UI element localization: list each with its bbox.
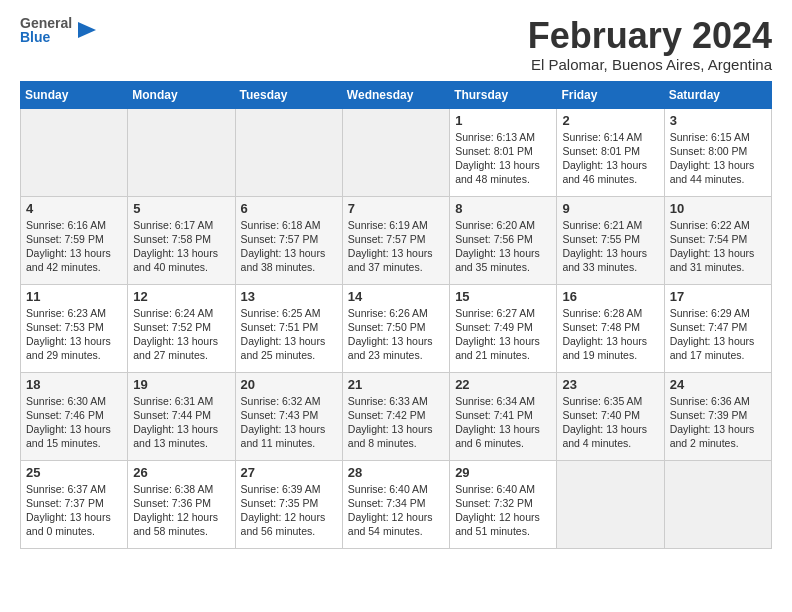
day-number: 16	[562, 289, 658, 304]
day-detail: Sunrise: 6:19 AMSunset: 7:57 PMDaylight:…	[348, 218, 444, 275]
day-detail: Sunrise: 6:37 AMSunset: 7:37 PMDaylight:…	[26, 482, 122, 539]
calendar-cell: 25Sunrise: 6:37 AMSunset: 7:37 PMDayligh…	[21, 460, 128, 548]
header-monday: Monday	[128, 81, 235, 108]
calendar-cell: 16Sunrise: 6:28 AMSunset: 7:48 PMDayligh…	[557, 284, 664, 372]
day-number: 28	[348, 465, 444, 480]
calendar-cell: 20Sunrise: 6:32 AMSunset: 7:43 PMDayligh…	[235, 372, 342, 460]
day-detail: Sunrise: 6:35 AMSunset: 7:40 PMDaylight:…	[562, 394, 658, 451]
calendar-cell	[128, 108, 235, 196]
day-number: 7	[348, 201, 444, 216]
calendar-cell: 7Sunrise: 6:19 AMSunset: 7:57 PMDaylight…	[342, 196, 449, 284]
header-wednesday: Wednesday	[342, 81, 449, 108]
day-number: 6	[241, 201, 337, 216]
calendar-table: SundayMondayTuesdayWednesdayThursdayFrid…	[20, 81, 772, 549]
day-number: 25	[26, 465, 122, 480]
day-detail: Sunrise: 6:26 AMSunset: 7:50 PMDaylight:…	[348, 306, 444, 363]
day-detail: Sunrise: 6:40 AMSunset: 7:34 PMDaylight:…	[348, 482, 444, 539]
day-detail: Sunrise: 6:14 AMSunset: 8:01 PMDaylight:…	[562, 130, 658, 187]
page-title: February 2024	[528, 16, 772, 56]
day-detail: Sunrise: 6:22 AMSunset: 7:54 PMDaylight:…	[670, 218, 766, 275]
calendar-cell: 4Sunrise: 6:16 AMSunset: 7:59 PMDaylight…	[21, 196, 128, 284]
header-tuesday: Tuesday	[235, 81, 342, 108]
day-detail: Sunrise: 6:28 AMSunset: 7:48 PMDaylight:…	[562, 306, 658, 363]
calendar-cell: 12Sunrise: 6:24 AMSunset: 7:52 PMDayligh…	[128, 284, 235, 372]
day-detail: Sunrise: 6:13 AMSunset: 8:01 PMDaylight:…	[455, 130, 551, 187]
day-number: 15	[455, 289, 551, 304]
week-row-3: 11Sunrise: 6:23 AMSunset: 7:53 PMDayligh…	[21, 284, 772, 372]
calendar-cell: 26Sunrise: 6:38 AMSunset: 7:36 PMDayligh…	[128, 460, 235, 548]
calendar-cell	[235, 108, 342, 196]
calendar-cell	[21, 108, 128, 196]
day-number: 26	[133, 465, 229, 480]
day-number: 5	[133, 201, 229, 216]
page-subtitle: El Palomar, Buenos Aires, Argentina	[528, 56, 772, 73]
day-number: 2	[562, 113, 658, 128]
calendar-cell: 29Sunrise: 6:40 AMSunset: 7:32 PMDayligh…	[450, 460, 557, 548]
day-number: 8	[455, 201, 551, 216]
calendar-cell: 14Sunrise: 6:26 AMSunset: 7:50 PMDayligh…	[342, 284, 449, 372]
logo-blue: Blue	[20, 30, 50, 44]
day-detail: Sunrise: 6:34 AMSunset: 7:41 PMDaylight:…	[455, 394, 551, 451]
header-friday: Friday	[557, 81, 664, 108]
calendar-cell: 24Sunrise: 6:36 AMSunset: 7:39 PMDayligh…	[664, 372, 771, 460]
day-detail: Sunrise: 6:31 AMSunset: 7:44 PMDaylight:…	[133, 394, 229, 451]
week-row-5: 25Sunrise: 6:37 AMSunset: 7:37 PMDayligh…	[21, 460, 772, 548]
week-row-1: 1Sunrise: 6:13 AMSunset: 8:01 PMDaylight…	[21, 108, 772, 196]
day-detail: Sunrise: 6:32 AMSunset: 7:43 PMDaylight:…	[241, 394, 337, 451]
calendar-cell: 9Sunrise: 6:21 AMSunset: 7:55 PMDaylight…	[557, 196, 664, 284]
day-detail: Sunrise: 6:23 AMSunset: 7:53 PMDaylight:…	[26, 306, 122, 363]
day-detail: Sunrise: 6:18 AMSunset: 7:57 PMDaylight:…	[241, 218, 337, 275]
week-row-2: 4Sunrise: 6:16 AMSunset: 7:59 PMDaylight…	[21, 196, 772, 284]
day-detail: Sunrise: 6:21 AMSunset: 7:55 PMDaylight:…	[562, 218, 658, 275]
logo-general: General	[20, 16, 72, 30]
calendar-cell: 2Sunrise: 6:14 AMSunset: 8:01 PMDaylight…	[557, 108, 664, 196]
day-number: 19	[133, 377, 229, 392]
calendar-cell: 23Sunrise: 6:35 AMSunset: 7:40 PMDayligh…	[557, 372, 664, 460]
day-detail: Sunrise: 6:15 AMSunset: 8:00 PMDaylight:…	[670, 130, 766, 187]
day-number: 9	[562, 201, 658, 216]
day-number: 4	[26, 201, 122, 216]
calendar-cell: 28Sunrise: 6:40 AMSunset: 7:34 PMDayligh…	[342, 460, 449, 548]
calendar-cell: 11Sunrise: 6:23 AMSunset: 7:53 PMDayligh…	[21, 284, 128, 372]
logo-triangle-icon	[74, 18, 98, 42]
day-number: 27	[241, 465, 337, 480]
calendar-cell	[557, 460, 664, 548]
calendar-cell: 19Sunrise: 6:31 AMSunset: 7:44 PMDayligh…	[128, 372, 235, 460]
calendar-cell: 18Sunrise: 6:30 AMSunset: 7:46 PMDayligh…	[21, 372, 128, 460]
day-detail: Sunrise: 6:40 AMSunset: 7:32 PMDaylight:…	[455, 482, 551, 539]
calendar-body: 1Sunrise: 6:13 AMSunset: 8:01 PMDaylight…	[21, 108, 772, 548]
calendar-cell	[342, 108, 449, 196]
header: General Blue February 2024 El Palomar, B…	[20, 16, 772, 73]
day-number: 3	[670, 113, 766, 128]
day-number: 23	[562, 377, 658, 392]
day-number: 29	[455, 465, 551, 480]
calendar-cell: 6Sunrise: 6:18 AMSunset: 7:57 PMDaylight…	[235, 196, 342, 284]
day-number: 12	[133, 289, 229, 304]
calendar-cell: 8Sunrise: 6:20 AMSunset: 7:56 PMDaylight…	[450, 196, 557, 284]
logo: General Blue	[20, 16, 98, 44]
calendar-cell: 5Sunrise: 6:17 AMSunset: 7:58 PMDaylight…	[128, 196, 235, 284]
calendar-cell: 17Sunrise: 6:29 AMSunset: 7:47 PMDayligh…	[664, 284, 771, 372]
day-number: 21	[348, 377, 444, 392]
day-detail: Sunrise: 6:29 AMSunset: 7:47 PMDaylight:…	[670, 306, 766, 363]
day-detail: Sunrise: 6:33 AMSunset: 7:42 PMDaylight:…	[348, 394, 444, 451]
calendar-cell: 3Sunrise: 6:15 AMSunset: 8:00 PMDaylight…	[664, 108, 771, 196]
day-detail: Sunrise: 6:38 AMSunset: 7:36 PMDaylight:…	[133, 482, 229, 539]
day-detail: Sunrise: 6:16 AMSunset: 7:59 PMDaylight:…	[26, 218, 122, 275]
header-saturday: Saturday	[664, 81, 771, 108]
calendar-header: SundayMondayTuesdayWednesdayThursdayFrid…	[21, 81, 772, 108]
day-detail: Sunrise: 6:39 AMSunset: 7:35 PMDaylight:…	[241, 482, 337, 539]
week-row-4: 18Sunrise: 6:30 AMSunset: 7:46 PMDayligh…	[21, 372, 772, 460]
day-number: 22	[455, 377, 551, 392]
day-detail: Sunrise: 6:27 AMSunset: 7:49 PMDaylight:…	[455, 306, 551, 363]
day-detail: Sunrise: 6:20 AMSunset: 7:56 PMDaylight:…	[455, 218, 551, 275]
calendar-cell: 13Sunrise: 6:25 AMSunset: 7:51 PMDayligh…	[235, 284, 342, 372]
day-detail: Sunrise: 6:17 AMSunset: 7:58 PMDaylight:…	[133, 218, 229, 275]
calendar-cell	[664, 460, 771, 548]
header-thursday: Thursday	[450, 81, 557, 108]
day-number: 13	[241, 289, 337, 304]
calendar-cell: 22Sunrise: 6:34 AMSunset: 7:41 PMDayligh…	[450, 372, 557, 460]
day-number: 10	[670, 201, 766, 216]
day-detail: Sunrise: 6:24 AMSunset: 7:52 PMDaylight:…	[133, 306, 229, 363]
day-number: 20	[241, 377, 337, 392]
